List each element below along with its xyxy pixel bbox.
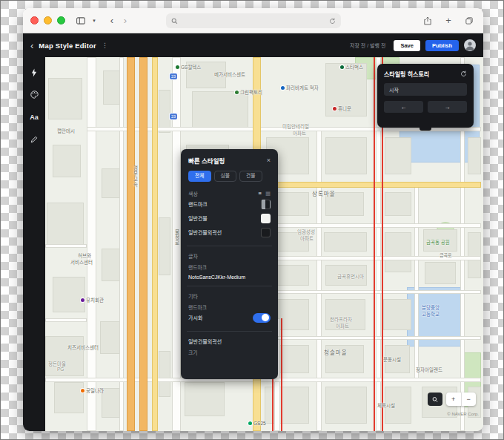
reload-icon[interactable]	[329, 18, 336, 24]
share-icon[interactable]	[421, 14, 434, 27]
close-window-button[interactable]	[30, 16, 39, 24]
building	[324, 232, 367, 252]
app-content: Aa 캡안테시GS칼텍스메가서비스센트그린팩토리파리바게트 먹자스타벅스휴니문미…	[23, 57, 483, 431]
color-swatch-building-outline[interactable]	[261, 228, 271, 237]
window-controls	[30, 16, 65, 24]
color-row-building-outline: 일반건물외곽선	[188, 226, 271, 240]
building	[385, 137, 411, 174]
app-header: ‹ Map Style Editor ⋮ 저장 전 / 발행 전 Save Pu…	[23, 33, 483, 57]
address-bar[interactable]	[166, 13, 341, 28]
browser-window: ▾ ‹ › +	[23, 8, 483, 431]
lightning-tool-icon[interactable]	[28, 67, 40, 78]
visibility-toggle[interactable]	[253, 313, 271, 323]
styling-tabs: 전체 심볼 건물	[188, 171, 271, 182]
expressway-label: 경부고속	[131, 165, 139, 188]
forward-button[interactable]: ›	[119, 14, 132, 27]
tab-overview-icon[interactable]	[462, 14, 476, 27]
map-label: 금곡동 공원	[426, 238, 450, 246]
publish-button[interactable]: Publish	[425, 40, 459, 51]
building	[53, 145, 81, 177]
color-row-label: 랜드마크	[188, 200, 208, 208]
map-label: GS칼텍스	[176, 63, 201, 70]
route-shield: 23	[170, 114, 177, 119]
building	[159, 217, 170, 275]
building	[45, 336, 84, 376]
zoom-control: + −	[446, 393, 476, 406]
toggle-knob	[262, 314, 269, 321]
tab-building[interactable]: 건물	[239, 171, 262, 182]
map-label: 아파트	[293, 129, 306, 137]
road	[281, 318, 282, 431]
zoom-out-button[interactable]: −	[461, 393, 477, 406]
page-title: Map Style Editor	[39, 42, 96, 50]
map-label: 휴니문	[333, 105, 351, 112]
route-shield: 23	[170, 73, 177, 79]
tab-symbol[interactable]: 심볼	[214, 171, 237, 182]
map-canvas[interactable]: 캡안테시GS칼텍스메가서비스센트그린팩토리파리바게트 먹자스타벅스휴니문미립안테…	[45, 57, 483, 431]
map-label: 파리바게트 먹자	[281, 84, 319, 91]
history-entry[interactable]: 시작	[384, 83, 467, 96]
chevron-down-icon[interactable]: ▾	[87, 14, 101, 27]
building	[54, 382, 84, 413]
road	[261, 336, 481, 340]
list-view-icon[interactable]: ≡	[259, 190, 262, 197]
map-label: 운동시설	[383, 355, 401, 363]
road	[316, 127, 322, 431]
minimize-window-button[interactable]	[44, 16, 52, 24]
map-label: 상록마을	[312, 189, 336, 197]
color-swatch-landmark[interactable]	[261, 200, 271, 209]
building	[47, 203, 84, 247]
map-label: 메가서비스센트	[214, 70, 245, 78]
map-label: 정자아일랜드	[416, 366, 442, 373]
building	[102, 168, 121, 198]
map-label: 청솔마을	[324, 348, 348, 356]
building	[48, 78, 82, 119]
map-label: 금곡로	[440, 252, 452, 258]
section-title-text: 글자	[188, 252, 271, 260]
road	[127, 57, 135, 431]
save-button[interactable]: Save	[394, 40, 420, 51]
map-label: 캡안테시	[57, 127, 75, 134]
building	[325, 387, 367, 424]
new-tab-icon[interactable]: +	[442, 14, 455, 27]
map-label: 고등학교	[422, 310, 440, 318]
visibility-label: 가시화	[188, 314, 202, 321]
history-next-button[interactable]: →	[428, 101, 467, 113]
building	[468, 232, 481, 278]
tab-all[interactable]: 전체	[188, 171, 211, 182]
color-swatch-building[interactable]	[261, 214, 271, 223]
divider	[187, 286, 272, 286]
building	[385, 192, 411, 216]
maximize-window-button[interactable]	[57, 16, 65, 24]
map-label: 스타벅스	[340, 63, 363, 70]
pen-tool-icon[interactable]	[28, 134, 40, 145]
styling-history-panel: 스타일링 히스토리 시작 ← →	[377, 64, 474, 128]
font-value[interactable]: NotoSansCJKkr-Medium	[188, 275, 271, 280]
map-search-button[interactable]	[428, 393, 442, 406]
quick-styling-panel: 빠른 스타일링 × 전체 심볼 건물 색상 ≡ ▦	[181, 149, 278, 379]
building	[265, 387, 309, 424]
sidebar-toggle-icon[interactable]	[74, 14, 87, 27]
kebab-menu-icon[interactable]: ⋮	[102, 42, 108, 49]
grid-view-icon[interactable]: ▦	[265, 190, 271, 197]
section-title-outline: 일반건물외곽선	[188, 338, 271, 345]
divider	[187, 331, 272, 332]
road	[119, 57, 124, 431]
history-refresh-icon[interactable]	[460, 70, 467, 77]
avatar[interactable]	[464, 39, 476, 51]
app-back-button[interactable]: ‹	[30, 41, 33, 50]
map-label: 서비스센터	[70, 258, 93, 266]
etc-sub-label: 랜드마크	[188, 303, 271, 311]
history-panel-handle[interactable]	[420, 128, 431, 131]
url-input[interactable]	[182, 16, 325, 25]
back-button[interactable]: ‹	[105, 14, 119, 27]
palette-tool-icon[interactable]	[28, 89, 40, 100]
building	[185, 382, 225, 416]
building	[159, 351, 170, 397]
close-icon[interactable]: ×	[267, 157, 271, 164]
zoom-in-button[interactable]: +	[446, 393, 461, 406]
typography-tool-icon[interactable]: Aa	[28, 111, 40, 122]
browser-chrome: ▾ ‹ › +	[23, 8, 483, 33]
map-label: 공일나라	[81, 387, 104, 394]
history-prev-button[interactable]: ←	[384, 101, 423, 113]
